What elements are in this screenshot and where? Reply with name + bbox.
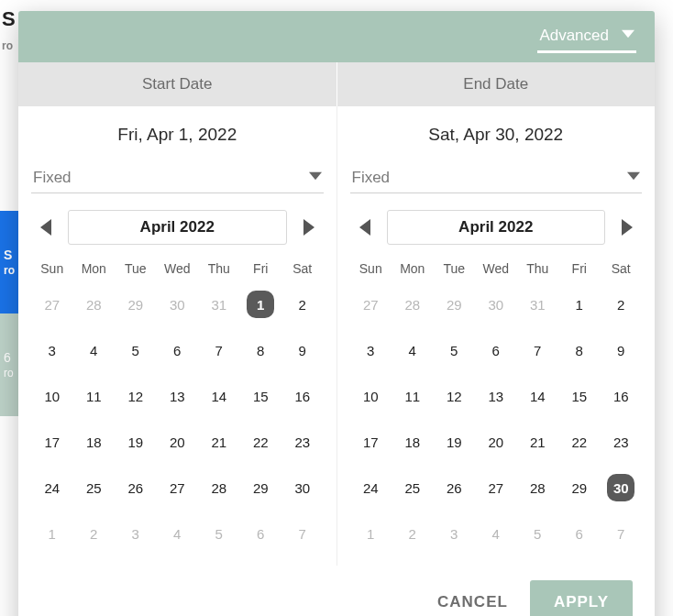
calendar-day[interactable]: 13 bbox=[157, 373, 199, 419]
calendar-day[interactable]: 2 bbox=[73, 511, 116, 556]
calendar-day[interactable]: 2 bbox=[392, 511, 434, 556]
calendar-day[interactable]: 1 bbox=[31, 511, 73, 556]
calendar-day[interactable]: 1 bbox=[240, 281, 282, 327]
calendar-day[interactable]: 4 bbox=[157, 511, 199, 556]
calendar-day[interactable]: 24 bbox=[350, 465, 392, 511]
next-month-button[interactable] bbox=[612, 213, 642, 242]
calendar-day[interactable]: 29 bbox=[558, 465, 601, 511]
calendar-day[interactable]: 16 bbox=[281, 373, 324, 419]
calendar-day[interactable]: 27 bbox=[157, 465, 199, 511]
calendar-day[interactable]: 18 bbox=[73, 419, 116, 465]
calendar-day[interactable]: 22 bbox=[558, 419, 601, 465]
start-month-label[interactable]: April 2022 bbox=[68, 210, 287, 245]
calendar-day[interactable]: 12 bbox=[434, 373, 476, 419]
calendar-day[interactable]: 7 bbox=[601, 511, 643, 556]
calendar-day[interactable]: 29 bbox=[434, 281, 476, 327]
calendar-day[interactable]: 5 bbox=[198, 511, 240, 556]
cancel-button[interactable]: CANCEL bbox=[437, 593, 508, 611]
calendar-day[interactable]: 29 bbox=[240, 465, 282, 511]
calendar-day[interactable]: 15 bbox=[558, 373, 601, 419]
advanced-dropdown[interactable]: Advanced bbox=[537, 21, 636, 53]
calendar-day[interactable]: 22 bbox=[240, 419, 282, 465]
calendar-day[interactable]: 6 bbox=[157, 327, 199, 373]
calendar-day[interactable]: 6 bbox=[475, 327, 517, 373]
calendar-day[interactable]: 4 bbox=[392, 327, 434, 373]
calendar-day[interactable]: 30 bbox=[157, 281, 199, 327]
calendar-day[interactable]: 4 bbox=[73, 327, 116, 373]
calendar-day[interactable]: 7 bbox=[198, 327, 240, 373]
calendar-day[interactable]: 8 bbox=[558, 327, 601, 373]
dow-header: Sat bbox=[281, 256, 324, 281]
calendar-day[interactable]: 3 bbox=[434, 511, 476, 556]
calendar-day[interactable]: 19 bbox=[115, 419, 157, 465]
calendar-day[interactable]: 17 bbox=[350, 419, 392, 465]
calendar-day[interactable]: 11 bbox=[392, 373, 434, 419]
calendar-day[interactable]: 20 bbox=[157, 419, 199, 465]
calendar-day[interactable]: 3 bbox=[350, 327, 392, 373]
calendar-day[interactable]: 9 bbox=[601, 327, 643, 373]
calendar-day[interactable]: 2 bbox=[601, 281, 643, 327]
calendar-day[interactable]: 1 bbox=[558, 281, 601, 327]
calendar-day[interactable]: 26 bbox=[434, 465, 476, 511]
tab-start-date[interactable]: Start Date bbox=[18, 62, 336, 106]
next-month-button[interactable] bbox=[294, 213, 324, 242]
calendar-day[interactable]: 5 bbox=[115, 327, 157, 373]
calendar-day[interactable]: 23 bbox=[601, 419, 643, 465]
calendar-day[interactable]: 30 bbox=[601, 465, 643, 511]
calendar-day[interactable]: 30 bbox=[281, 465, 324, 511]
calendar-day[interactable]: 29 bbox=[115, 281, 157, 327]
calendar-day[interactable]: 2 bbox=[281, 281, 324, 327]
end-mode-select[interactable]: Fixed bbox=[350, 163, 643, 193]
calendar-day[interactable]: 25 bbox=[392, 465, 434, 511]
calendar-day[interactable]: 21 bbox=[198, 419, 240, 465]
calendar-day[interactable]: 19 bbox=[434, 419, 476, 465]
start-mode-select[interactable]: Fixed bbox=[31, 163, 324, 193]
calendar-day[interactable]: 10 bbox=[31, 373, 73, 419]
calendar-day[interactable]: 6 bbox=[240, 511, 282, 556]
calendar-day[interactable]: 4 bbox=[475, 511, 517, 556]
calendar-day[interactable]: 13 bbox=[475, 373, 517, 419]
calendar-day[interactable]: 23 bbox=[281, 419, 324, 465]
tab-end-date[interactable]: End Date bbox=[336, 62, 656, 106]
calendar-day[interactable]: 25 bbox=[73, 465, 116, 511]
calendar-day[interactable]: 11 bbox=[73, 373, 116, 419]
calendar-day[interactable]: 21 bbox=[517, 419, 559, 465]
calendar-day[interactable]: 30 bbox=[475, 281, 517, 327]
calendar-day[interactable]: 28 bbox=[73, 281, 116, 327]
calendar-day[interactable]: 20 bbox=[475, 419, 517, 465]
calendar-day[interactable]: 17 bbox=[31, 419, 73, 465]
calendar-day[interactable]: 27 bbox=[31, 281, 73, 327]
calendar-day[interactable]: 7 bbox=[517, 327, 559, 373]
calendar-day[interactable]: 10 bbox=[350, 373, 392, 419]
calendar-day[interactable]: 14 bbox=[517, 373, 559, 419]
calendar-day[interactable]: 15 bbox=[240, 373, 282, 419]
calendar-day[interactable]: 31 bbox=[517, 281, 559, 327]
calendar-day[interactable]: 3 bbox=[31, 327, 73, 373]
calendar-day[interactable]: 1 bbox=[350, 511, 392, 556]
calendar-day[interactable]: 26 bbox=[115, 465, 157, 511]
calendar-day[interactable]: 8 bbox=[240, 327, 282, 373]
calendar-day[interactable]: 31 bbox=[198, 281, 240, 327]
end-month-label[interactable]: April 2022 bbox=[387, 210, 606, 245]
calendar-day[interactable]: 7 bbox=[281, 511, 324, 556]
calendar-day[interactable]: 14 bbox=[198, 373, 240, 419]
calendar-day[interactable]: 28 bbox=[517, 465, 559, 511]
dow-header: Sat bbox=[601, 256, 643, 281]
calendar-day[interactable]: 5 bbox=[434, 327, 476, 373]
calendar-day[interactable]: 24 bbox=[31, 465, 73, 511]
prev-month-button[interactable] bbox=[31, 213, 61, 242]
calendar-day[interactable]: 5 bbox=[517, 511, 559, 556]
end-date-panel: Sat, Apr 30, 2022 Fixed April 2022 SunMo… bbox=[336, 106, 656, 566]
calendar-day[interactable]: 12 bbox=[115, 373, 157, 419]
calendar-day[interactable]: 27 bbox=[475, 465, 517, 511]
calendar-day[interactable]: 9 bbox=[281, 327, 324, 373]
calendar-day[interactable]: 6 bbox=[558, 511, 601, 556]
calendar-day[interactable]: 16 bbox=[601, 373, 643, 419]
prev-month-button[interactable] bbox=[350, 213, 380, 242]
apply-button[interactable]: APPLY bbox=[530, 580, 633, 616]
calendar-day[interactable]: 28 bbox=[198, 465, 240, 511]
calendar-day[interactable]: 28 bbox=[392, 281, 434, 327]
calendar-day[interactable]: 18 bbox=[392, 419, 434, 465]
calendar-day[interactable]: 3 bbox=[115, 511, 157, 556]
calendar-day[interactable]: 27 bbox=[350, 281, 392, 327]
